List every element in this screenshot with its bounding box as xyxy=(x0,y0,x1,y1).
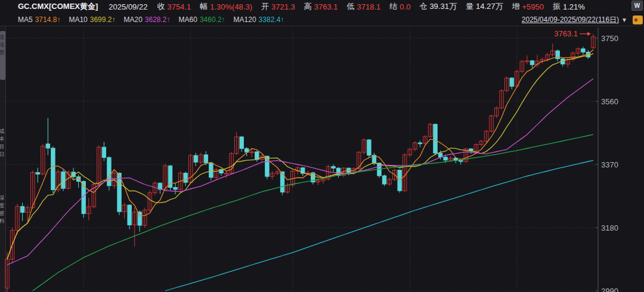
field-value: 3718.1 xyxy=(357,2,381,11)
candle[interactable] xyxy=(107,156,111,190)
quote-field: 增+5950 xyxy=(512,1,544,12)
symbol-name: GC.CMX[COMEX黄金] xyxy=(18,1,98,12)
field-label: 幅 xyxy=(200,1,208,12)
candle[interactable] xyxy=(377,163,381,178)
price-tick-label: 3370 xyxy=(601,160,618,169)
price-tick-label: 2990 xyxy=(601,287,618,292)
ma-value: 3714.8↑ xyxy=(35,15,61,24)
candle[interactable] xyxy=(382,175,386,187)
ma-label: MA20 xyxy=(123,15,142,24)
ma-value: 3460.2↑ xyxy=(200,15,225,24)
field-value: 14.27万 xyxy=(476,1,503,12)
field-label: 仓 xyxy=(419,1,427,12)
ma-legend-item: MA203628.2↑ xyxy=(123,15,170,24)
quote-field: 仓39.31万 xyxy=(419,1,457,12)
price-tick-label: 3180 xyxy=(601,223,618,232)
ma-legend-item: MA1203382.4↑ xyxy=(234,15,284,24)
field-value: +5950 xyxy=(522,2,544,11)
field-value: 39.31万 xyxy=(429,1,457,12)
price-tick-label: 3560 xyxy=(601,97,618,106)
price-tick-label: 3750 xyxy=(601,34,618,43)
ma-value: 3382.4↑ xyxy=(259,15,284,24)
ma-label: MA60 xyxy=(179,15,197,24)
field-value: 3763.1 xyxy=(314,2,338,11)
field-value: 0.0 xyxy=(400,2,410,11)
date-range-label[interactable]: 2025/04/09-2025/09/22(116日) xyxy=(522,15,619,25)
ma-legend-item: MA603460.2↑ xyxy=(179,15,225,24)
notice-icon[interactable] xyxy=(633,15,643,24)
quote-field: 结0.0 xyxy=(389,1,410,12)
field-value: 3721.3 xyxy=(271,2,295,11)
ma-value: 3699.2↑ xyxy=(90,15,116,24)
field-label: 收 xyxy=(157,1,165,12)
field-label: 低 xyxy=(347,1,355,12)
candle[interactable] xyxy=(168,165,172,190)
quote-field: 开3721.3 xyxy=(261,1,295,12)
quote-header: GC.CMX[COMEX黄金] 2025/09/22 收3754.1幅1.30%… xyxy=(0,0,644,13)
field-label: 量 xyxy=(466,1,473,12)
annotation-label: 3763.1 xyxy=(554,29,578,38)
ma-label: MA120 xyxy=(234,15,256,24)
candlestick-chart[interactable]: 375035603370318029903763.1 xyxy=(0,26,644,292)
field-label: 增 xyxy=(512,1,519,12)
field-value: 1.30%(48.3) xyxy=(210,2,252,11)
field-value: 3754.1 xyxy=(167,2,191,11)
quote-field: 量14.27万 xyxy=(466,1,503,12)
candle[interactable] xyxy=(434,123,437,155)
candle[interactable] xyxy=(367,139,371,158)
chart-plot-area[interactable] xyxy=(0,26,644,292)
quote-field: 幅1.30%(48.3) xyxy=(200,1,252,12)
ma-value: 3628.2↑ xyxy=(145,15,171,24)
quote-field: 收3754.1 xyxy=(157,1,191,12)
field-label: 开 xyxy=(261,1,269,12)
field-label: 振 xyxy=(553,1,561,12)
quote-date: 2025/09/22 xyxy=(109,2,147,11)
ma-legend-item: MA103699.2↑ xyxy=(69,15,115,24)
ma-label: MA5 xyxy=(18,15,33,24)
field-label: 高 xyxy=(304,1,312,12)
candle[interactable] xyxy=(61,169,65,191)
date-range-selector[interactable]: 2025/04/09-2025/09/22(116日) ▼ xyxy=(522,15,627,25)
candle[interactable] xyxy=(280,171,284,195)
quote-field: 高3763.1 xyxy=(304,1,338,12)
candle[interactable] xyxy=(51,146,55,193)
field-value: 1.21% xyxy=(563,2,585,11)
ma-legend-item: MA53714.8↑ xyxy=(18,15,60,24)
field-label: 结 xyxy=(389,1,397,12)
quote-field: 振1.21% xyxy=(553,1,585,12)
chevron-down-icon[interactable]: ▼ xyxy=(621,17,627,23)
ma-label: MA10 xyxy=(69,15,87,24)
quote-fields: 收3754.1幅1.30%(48.3)开3721.3高3763.1低3718.1… xyxy=(157,1,584,12)
quote-field: 低3718.1 xyxy=(347,1,381,12)
ma-legend-items: MA53714.8↑MA103699.2↑MA203628.2↑MA603460… xyxy=(18,15,284,24)
trading-app-window: { "header": { "symbol": "GC.CMX[COMEX黄金]… xyxy=(0,0,644,292)
candle[interactable] xyxy=(398,169,401,192)
watermark-icon[interactable]: W xyxy=(631,1,643,11)
